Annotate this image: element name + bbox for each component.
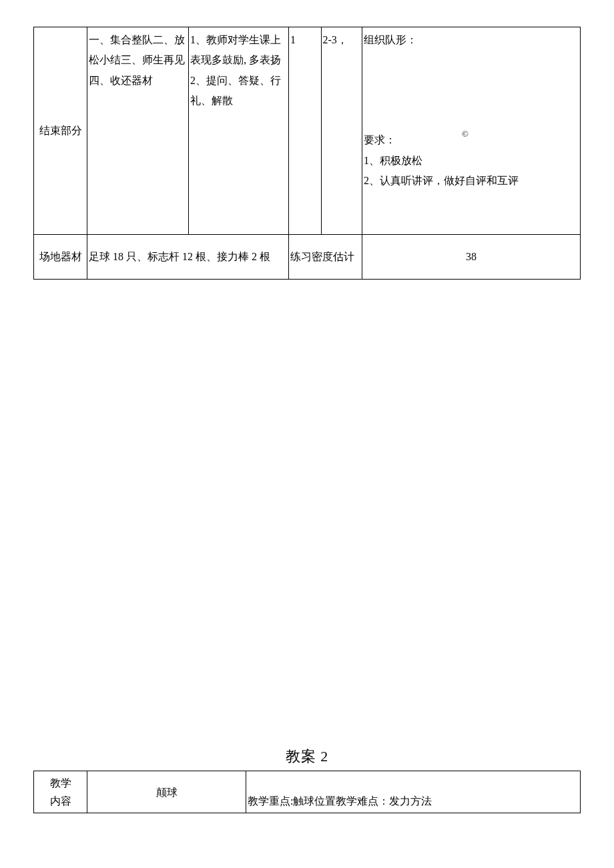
keypoint-text: 教学重点:触球位置教学难点：发力方法 [248, 795, 432, 807]
label-line-1: 教学 [35, 774, 85, 792]
table-row: 教学 内容 颠球 教学重点:触球位置教学难点：发力方法 [34, 771, 581, 813]
guidance-cell: 1、教师对学生课上表现多鼓励, 多表扬 2、提问、答疑、行礼、解散 [189, 27, 289, 235]
guidance-line-1: 1、教师对学生课上表现多鼓励, 多表扬 [190, 30, 287, 71]
density-label: 练习密度估计 [290, 251, 354, 262]
phase-cell: 结束部分 [34, 27, 87, 235]
req-label: 要求： [364, 130, 579, 150]
equipment-value-cell: 足球 18 只、标志杆 12 根、接力棒 2 根 [87, 234, 289, 279]
content-text: 一、集合整队二、放松小结三、师生再见四、收还器材 [89, 34, 185, 86]
density-label-cell: 练习密度估计 [289, 234, 362, 279]
guidance-line-2: 2、提问、答疑、行礼、解散 [190, 71, 287, 111]
teaching-content-label-cell: 教学 内容 [34, 771, 87, 813]
table-row: 场地器材 足球 18 只、标志杆 12 根、接力棒 2 根 练习密度估计 38 [34, 234, 581, 279]
lesson-plan-table-2: 教学 内容 颠球 教学重点:触球位置教学难点：发力方法 [33, 771, 581, 813]
copyright-mark: © [462, 129, 469, 139]
topic-text: 颠球 [156, 787, 178, 798]
req-2: 2、认真听讲评，做好自评和互评 [364, 171, 579, 191]
time-cell: 2-3， [321, 27, 362, 235]
label-line-2: 内容 [35, 792, 85, 810]
time-value: 2-3， [323, 34, 348, 45]
keypoint-cell: 教学重点:触球位置教学难点：发力方法 [246, 771, 581, 813]
organization-cell: 组织队形： 要求： 1、积极放松 2、认真听讲评，做好自评和互评 [362, 27, 581, 235]
topic-cell: 颠球 [87, 771, 246, 813]
content-cell: 一、集合整队二、放松小结三、师生再见四、收还器材 [87, 27, 189, 235]
equipment-value: 足球 18 只、标志杆 12 根、接力棒 2 根 [89, 251, 270, 262]
equipment-label: 场地器材 [39, 251, 82, 262]
density-value-cell: 38 [362, 234, 581, 279]
lesson-plan-2-title: 教案 2 [33, 747, 581, 767]
lesson-plan-table-1: 结束部分 一、集合整队二、放松小结三、师生再见四、收还器材 1、教师对学生课上表… [33, 27, 581, 280]
phase-label: 结束部分 [39, 125, 82, 136]
count-value: 1 [290, 34, 296, 45]
table-row: 结束部分 一、集合整队二、放松小结三、师生再见四、收还器材 1、教师对学生课上表… [34, 27, 581, 235]
equipment-label-cell: 场地器材 [34, 234, 87, 279]
req-1: 1、积极放松 [364, 151, 579, 171]
count-cell: 1 [289, 27, 322, 235]
org-label: 组织队形： [364, 30, 579, 50]
density-value: 38 [466, 251, 477, 262]
